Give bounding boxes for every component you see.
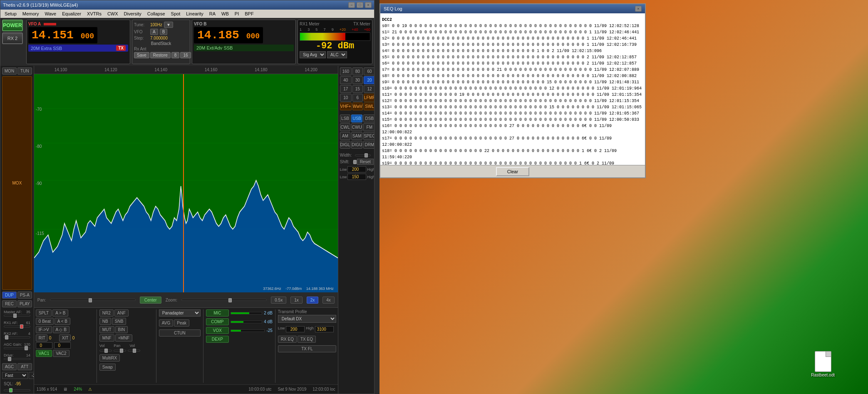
maximize-button[interactable]: □ (357, 2, 363, 8)
vfo-b-frequency[interactable]: 14.185 000 (194, 27, 263, 43)
dexp-button[interactable]: DEXP (206, 336, 229, 343)
a-less-b-button[interactable]: A < B (55, 318, 70, 325)
mon-button[interactable]: MON (2, 67, 17, 75)
play-button[interactable]: PLAY (17, 300, 32, 307)
tx-eq-button[interactable]: TX EQ (298, 336, 316, 343)
agc-speed-select[interactable]: Fast Medium Slow Long (2, 372, 28, 379)
att-value-select[interactable]: -20dB 0dB -10dB (29, 372, 34, 379)
menu-item-xvtrs[interactable]: XVTRs (84, 11, 104, 17)
zoom-4x-button[interactable]: 4x (322, 297, 335, 304)
sql-slider[interactable] (4, 389, 30, 391)
if-v-button[interactable]: IF->V (36, 326, 52, 333)
mut-button[interactable]: MUT (99, 326, 114, 333)
band-15[interactable]: 15 (352, 85, 363, 93)
band-swl[interactable]: SWL (364, 102, 374, 110)
mode-drm[interactable]: DRM (363, 141, 374, 149)
band-6[interactable]: 6 (352, 94, 363, 102)
val16-button[interactable]: 16 (180, 52, 191, 58)
tun-button[interactable]: TUN (17, 67, 32, 75)
zoom-1x-button[interactable]: 1x (290, 297, 303, 304)
close-button[interactable]: × (365, 2, 372, 8)
spectrum-display[interactable]: -70 -80 -90 -115 37362.6Hz -77.0dBm 14.1… (34, 74, 338, 292)
agc-button[interactable]: AGC (2, 363, 17, 370)
tune-dropdown[interactable]: ▼ (164, 22, 173, 28)
plus-mnf-button[interactable]: +MNF (115, 334, 133, 342)
mode-lsb[interactable]: LSB (340, 115, 350, 122)
panadapter-select[interactable]: Panadapter Waterfall (159, 309, 201, 317)
desktop-icon[interactable]: Rastbeet.odt (811, 351, 835, 377)
bin-button[interactable]: BIN (115, 326, 128, 333)
vox-button[interactable]: VOX (206, 327, 229, 334)
menu-item-setup[interactable]: Setup (2, 11, 19, 17)
agc-gain-slider[interactable] (4, 347, 30, 349)
zoom-05x-button[interactable]: 0.5x (271, 297, 286, 304)
band-80[interactable]: 80 (352, 67, 363, 75)
rit-input[interactable] (36, 342, 52, 349)
restore-button[interactable]: Restore (150, 52, 171, 58)
peak-button[interactable]: Peak (174, 319, 189, 327)
low-filt-input[interactable] (347, 174, 366, 180)
vfo-a-sync-btn[interactable]: A (150, 29, 158, 35)
band-10[interactable]: 10 (340, 94, 352, 102)
a-to-b-button[interactable]: A > B (52, 309, 68, 317)
band-30[interactable]: 30 (352, 76, 363, 84)
vac1-button[interactable]: VAC1 (36, 350, 52, 357)
val8-button[interactable]: 8 (171, 52, 180, 58)
multirx-button[interactable]: MultiRX (99, 354, 120, 362)
transmit-profile-select[interactable]: Default DX (278, 315, 336, 323)
alc-select[interactable]: ALC (327, 51, 347, 58)
vol-slider-1[interactable] (99, 350, 112, 352)
band-20[interactable]: 20 (364, 76, 374, 84)
mox-button[interactable]: MOX (2, 76, 32, 290)
mode-digl[interactable]: DIGL (340, 141, 350, 149)
seq-log-clear-button[interactable]: Clear (496, 167, 529, 176)
vol-slider-2[interactable] (128, 350, 140, 352)
snb-button[interactable]: SNB (112, 318, 126, 325)
xit-button[interactable]: XIT (59, 334, 71, 342)
rec-button[interactable]: REC (2, 300, 17, 307)
sig-avg-select[interactable]: Sig Avg Peak (300, 51, 326, 58)
menu-item-diversity[interactable]: Diversity (122, 11, 144, 17)
band-12[interactable]: 12 (364, 85, 374, 93)
mode-sam[interactable]: SAM (351, 132, 362, 140)
menu-item-ra[interactable]: RA (207, 11, 218, 17)
nr2-button[interactable]: NR2 (99, 309, 114, 317)
band-lfmf[interactable]: LFMF (364, 94, 374, 102)
pan-slider[interactable] (50, 299, 135, 301)
minimize-button[interactable]: − (348, 2, 355, 8)
ctun-button[interactable]: CTUN (159, 329, 201, 337)
band-wwv[interactable]: WwV (352, 102, 363, 110)
menu-item-pi[interactable]: PI (232, 11, 241, 17)
vfo-b-sync-btn[interactable]: B (160, 29, 168, 35)
menu-item-wave[interactable]: Wave (42, 11, 59, 17)
mic-button[interactable]: MIC (206, 309, 229, 317)
psa-button[interactable]: PS-A (17, 292, 32, 299)
width-slider[interactable] (355, 155, 371, 156)
vac2-button[interactable]: VAC2 (53, 350, 69, 357)
mode-usb[interactable]: USB (351, 115, 362, 122)
drive-slider[interactable] (4, 358, 30, 360)
att-button[interactable]: ATT (17, 363, 32, 370)
mode-digu[interactable]: DIGU (351, 141, 362, 149)
rx1-af-slider[interactable] (4, 326, 30, 327)
rx2-button[interactable]: RX 2 (2, 32, 23, 44)
nb-button[interactable]: NB (99, 318, 111, 325)
seq-log-content[interactable]: DCC2s0= 0 0 19 0 0 0 0 0 0 0 0 0 0 0 0 0… (380, 13, 645, 165)
master-af-slider[interactable] (4, 315, 30, 317)
rx-eq-button[interactable]: RX EQ (278, 336, 297, 343)
low-freq-input[interactable] (286, 326, 305, 332)
reset-button[interactable]: Reset (357, 159, 374, 165)
vfo-a-frequency[interactable]: 14.151 000 (28, 27, 97, 43)
power-button[interactable]: POWER (2, 20, 23, 31)
shift-slider[interactable] (353, 161, 354, 163)
tx-fl-button[interactable]: TX FL (278, 345, 336, 352)
menu-item-spot[interactable]: Spot (169, 11, 183, 17)
avg-button[interactable]: AVG (159, 319, 173, 327)
mode-fm[interactable]: FM (363, 123, 374, 131)
anf-button[interactable]: ANF (114, 309, 129, 317)
menu-item-collapse[interactable]: Collapse (145, 11, 168, 17)
mode-spec[interactable]: SPEC (363, 132, 374, 140)
rx2-af-slider[interactable] (4, 337, 30, 338)
seq-log-close-button[interactable]: × (635, 6, 642, 12)
band-17[interactable]: 17 (340, 85, 352, 93)
